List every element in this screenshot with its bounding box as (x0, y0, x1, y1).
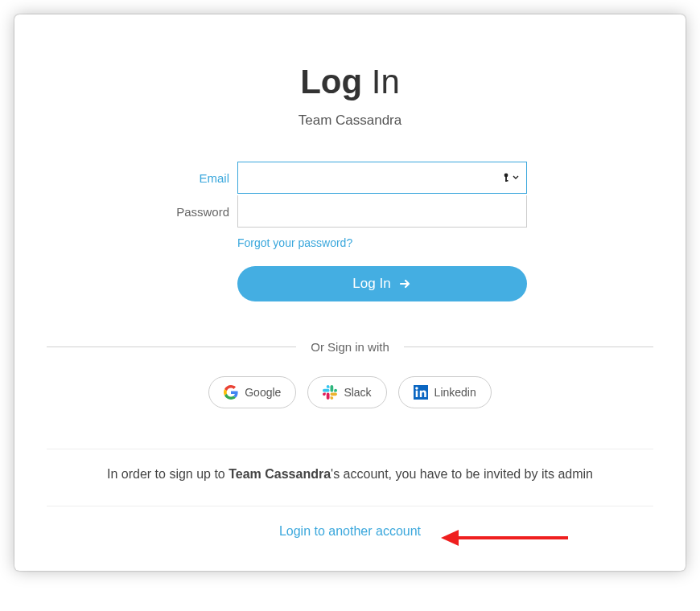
login-card: Log In Team Cassandra Email Password For… (14, 14, 686, 571)
invite-prefix: In order to sign up to (107, 467, 229, 481)
google-label: Google (245, 386, 281, 399)
email-row: Email (173, 161, 527, 195)
linkedin-icon (414, 385, 428, 400)
slack-label: Slack (344, 386, 371, 399)
section-separator-2 (47, 506, 653, 506)
page-title: Log In (47, 63, 653, 101)
arrow-left-icon (441, 526, 570, 550)
invite-note: In order to sign up to Team Cassandra's … (47, 467, 653, 482)
slack-icon (323, 385, 337, 400)
google-signin-button[interactable]: Google (208, 376, 296, 408)
login-button[interactable]: Log In (237, 266, 527, 301)
invite-suffix: 's account, you have to be invited by it… (331, 467, 593, 481)
svg-rect-2 (505, 180, 508, 182)
social-row: Google Slack Linkedin (47, 376, 653, 408)
email-field[interactable] (237, 162, 527, 194)
google-icon (224, 385, 238, 400)
linkedin-signin-button[interactable]: Linkedin (398, 376, 492, 408)
annotation-arrow (441, 526, 570, 550)
password-label: Password (173, 205, 237, 219)
divider-text: Or Sign in with (296, 340, 404, 354)
title-bold: Log (300, 63, 362, 100)
arrow-right-icon (399, 277, 412, 290)
login-form: Email Password Forgot your password? Log… (173, 161, 527, 301)
team-subtitle: Team Cassandra (47, 113, 653, 129)
forgot-password-link[interactable]: Forgot your password? (237, 236, 352, 249)
chevron-down-icon (513, 174, 519, 181)
linkedin-label: Linkedin (434, 386, 476, 399)
password-field[interactable] (237, 195, 527, 228)
section-separator-1 (47, 449, 653, 449)
password-row: Password (173, 195, 527, 228)
invite-team: Team Cassandra (229, 467, 331, 481)
title-light: In (362, 63, 400, 100)
slack-signin-button[interactable]: Slack (307, 376, 386, 408)
password-field-wrap (237, 195, 527, 228)
email-field-wrap (237, 162, 527, 194)
email-label: Email (173, 171, 237, 185)
divider-line-right (404, 347, 653, 347)
login-button-label: Log In (352, 276, 390, 292)
divider-line-left (47, 347, 296, 347)
svg-marker-5 (441, 530, 459, 546)
password-manager-icon[interactable] (503, 173, 519, 182)
social-divider: Or Sign in with (47, 340, 653, 354)
